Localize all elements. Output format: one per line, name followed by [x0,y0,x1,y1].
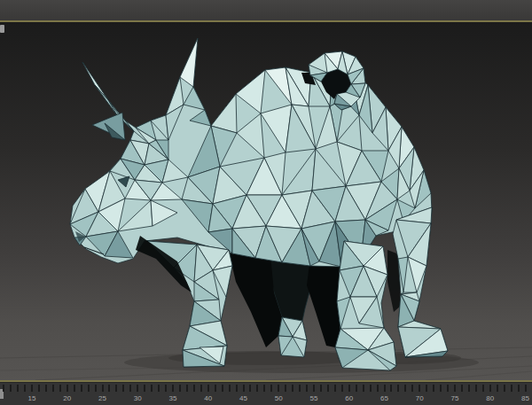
timeline-tick [363,385,364,392]
timeline-frame-label: 80 [480,394,501,403]
timeline-tick [193,385,195,392]
timeline-tick [518,385,520,392]
timeline-tick [447,385,449,392]
timeline-tick [165,385,167,392]
timeline-tick [433,385,434,392]
timeline-ruler[interactable]: 152025303540455055606570758085 [0,382,532,405]
timeline-tick [129,385,131,392]
timeline-tick [229,385,231,392]
timeline-tick [419,385,420,392]
timeline-tick [31,385,33,392]
timeline-tick [504,385,505,392]
timeline-tick [215,385,216,392]
timeline-frame-label: 50 [268,394,289,403]
timeline-frame-label: 85 [515,394,532,403]
timeline-tick [299,385,301,392]
timeline-tick [454,385,456,392]
timeline-tick [440,385,442,392]
timeline-tick [320,385,322,392]
timeline-tick [66,385,68,392]
bull-far-front-hoof [278,317,307,357]
timeline-tick [270,385,272,392]
timeline-tick [137,385,138,392]
timeline-tick [356,385,357,392]
timeline-tick [179,385,181,392]
timeline-tick [348,385,350,392]
timeline-tick [249,385,251,392]
timeline-tick [341,385,343,392]
timeline-tick [292,385,293,392]
timeline-tick [52,385,54,392]
timeline-tick [404,385,406,392]
timeline-tick [200,385,202,392]
timeline-tick [334,385,336,392]
timeline-frame-label: 45 [233,394,254,403]
timeline-tick [397,385,399,392]
timeline-frame-label: 35 [162,394,184,403]
timeline-tick [38,385,40,392]
timeline-tick [59,385,61,392]
viewport-left-handle[interactable] [0,25,4,33]
timeline-tick [115,385,117,392]
timeline-frame-label: 15 [21,394,43,403]
top-toolbar [0,0,532,20]
timeline-frame-label: 40 [198,394,219,403]
timeline-tick [207,385,209,392]
timeline-tick [263,385,265,392]
timeline-tick [256,385,258,392]
timeline-tick [10,385,12,392]
timeline-tick [243,385,245,392]
timeline-tick [511,385,512,392]
3d-viewport[interactable] [0,22,532,380]
timeline-tick [497,385,498,392]
timeline-tick [482,385,484,392]
timeline-frame-label: 75 [444,394,466,403]
timeline-tick [122,385,124,392]
timeline-tick [74,385,75,392]
timeline-tick [475,385,477,392]
timeline-tick [17,385,19,392]
timeline-frame-label: 65 [374,394,395,403]
timeline-tick [525,385,527,392]
timeline-tick [411,385,413,392]
timeline-tick [461,385,463,392]
timeline-tick [45,385,47,392]
timeline-tick [95,385,97,392]
timeline-tick [81,385,82,392]
timeline-tick [370,385,372,392]
timeline-tick [327,385,329,392]
timeline-tick [377,385,379,392]
timeline-tick [88,385,90,392]
timeline-tick [313,385,315,392]
timeline-tick [489,385,491,392]
timeline-tick [285,385,286,392]
timeline-tick [390,385,392,392]
timeline-tick [236,385,238,392]
timeline-tick [426,385,427,392]
timeline-tick [144,385,145,392]
viewport-canvas [0,22,532,380]
timeline-tick [158,385,160,392]
timeline-tick [222,385,223,392]
timeline-tick [306,385,308,392]
timeline-tick [278,385,279,392]
timeline-tick [384,385,386,392]
timeline-frame-label: 55 [303,394,325,403]
timeline-tick [151,385,153,392]
timeline-tick [172,385,174,392]
timeline-tick [102,385,104,392]
timeline-tick [24,385,26,392]
timeline-frame-label: 20 [57,394,78,403]
timeline-tick [186,385,188,392]
timeline-frame-label: 70 [409,394,430,403]
timeline-tick [468,385,470,392]
timeline-frame-label: 30 [127,394,148,403]
timeline-frame-label: 60 [339,394,360,403]
timeline-frame-label: 25 [92,394,113,403]
timeline-tick [108,385,110,392]
timeline-tick [3,385,4,392]
